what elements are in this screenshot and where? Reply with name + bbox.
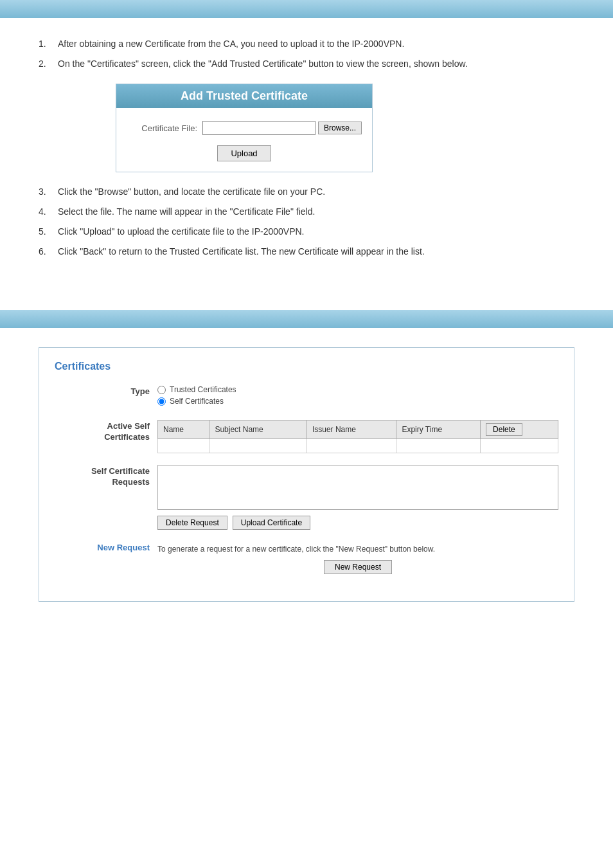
instruction-text-5: Click "Upload" to upload the certificate… — [58, 225, 304, 239]
radio-self[interactable] — [157, 397, 166, 406]
col-name: Name — [158, 420, 209, 439]
certificates-title: Certificates — [55, 361, 558, 372]
radio-trusted[interactable] — [157, 386, 166, 394]
instructions-list: 1. After obtaining a new Certificate fro… — [39, 37, 574, 71]
certificates-section: Certificates Type Trusted Certificates S… — [0, 328, 613, 615]
table-row-empty — [158, 439, 558, 453]
radio-self-label: Self Certificates — [170, 397, 224, 406]
certificates-box: Certificates Type Trusted Certificates S… — [39, 347, 574, 602]
instruction-item-6: 6. Click "Back" to return to the Trusted… — [39, 245, 574, 258]
radio-trusted-label: Trusted Certificates — [170, 385, 236, 394]
type-row: Type Trusted Certificates Self Certifica… — [55, 385, 558, 408]
cert-upload-row: Upload — [127, 145, 362, 161]
instruction-item-5: 5. Click "Upload" to upload the certific… — [39, 225, 574, 239]
instruction-num-4: 4. — [39, 205, 58, 219]
instruction-text-1: After obtaining a new Certificate from t… — [58, 37, 404, 51]
self-cert-requests-label: Self CertificateRequests — [55, 465, 157, 488]
active-self-certs-row: Active SelfCertificates Name Subject Nam… — [55, 420, 558, 453]
cell-subject — [209, 439, 307, 453]
new-request-btn-row: New Request — [157, 560, 558, 574]
browse-button[interactable]: Browse... — [318, 122, 362, 134]
delete-request-button[interactable]: Delete Request — [157, 516, 227, 530]
upload-button[interactable]: Upload — [217, 145, 271, 161]
requests-buttons: Delete Request Upload Certificate — [157, 516, 558, 530]
main-instructions: 1. After obtaining a new Certificate fro… — [0, 18, 613, 284]
col-issuer-name: Issuer Name — [306, 420, 396, 439]
instruction-item-2: 2. On the "Certificates" screen, click t… — [39, 57, 574, 71]
new-request-content: To generate a request for a new certific… — [157, 544, 558, 574]
table-header-row: Name Subject Name Issuer Name Expiry Tim… — [158, 420, 558, 439]
delete-button[interactable]: Delete — [486, 423, 522, 436]
active-self-content: Name Subject Name Issuer Name Expiry Tim… — [157, 420, 558, 453]
cert-file-row: Certificate File: Browse... — [127, 121, 362, 135]
cert-file-label: Certificate File: — [127, 123, 197, 133]
new-request-row: New Request To generate a request for a … — [55, 541, 558, 574]
new-request-desc: To generate a request for a new certific… — [157, 544, 558, 555]
col-subject-name: Subject Name — [209, 420, 307, 439]
cert-file-input[interactable] — [202, 121, 315, 135]
mid-bar — [0, 310, 613, 328]
active-self-table: Name Subject Name Issuer Name Expiry Tim… — [157, 420, 558, 453]
type-label: Type — [55, 385, 157, 396]
instruction-num-3: 3. — [39, 185, 58, 199]
active-self-label: Active SelfCertificates — [55, 420, 157, 443]
instruction-text-4: Select the file. The name will appear in… — [58, 205, 315, 219]
instruction-num-5: 5. — [39, 225, 58, 239]
instruction-text-3: Click the "Browse" button, and locate th… — [58, 185, 325, 199]
add-trusted-cert-body: Certificate File: Browse... Upload — [116, 108, 372, 172]
type-content: Trusted Certificates Self Certificates — [157, 385, 558, 408]
instruction-item-3: 3. Click the "Browse" button, and locate… — [39, 185, 574, 199]
upload-certificate-button[interactable]: Upload Certificate — [233, 516, 310, 530]
new-request-button[interactable]: New Request — [324, 560, 392, 574]
instruction-num-2: 2. — [39, 57, 58, 71]
cell-issuer — [306, 439, 396, 453]
instruction-text-2: On the "Certificates" screen, click the … — [58, 57, 468, 71]
cell-name — [158, 439, 209, 453]
requests-textarea[interactable] — [157, 465, 558, 510]
self-cert-requests-content: Delete Request Upload Certificate — [157, 465, 558, 530]
self-cert-requests-row: Self CertificateRequests Delete Request … — [55, 465, 558, 530]
add-trusted-cert-header: Add Trusted Certificate — [116, 84, 372, 108]
bottom-spacer — [0, 615, 613, 666]
top-bar — [0, 0, 613, 18]
instruction-num-1: 1. — [39, 37, 58, 51]
cell-delete-action — [481, 439, 558, 453]
cell-expiry — [396, 439, 481, 453]
instruction-text-6: Click "Back" to return to the Trusted Ce… — [58, 245, 425, 258]
instruction-item-4: 4. Select the file. The name will appear… — [39, 205, 574, 219]
add-trusted-cert-panel: Add Trusted Certificate Certificate File… — [116, 84, 373, 172]
new-request-label: New Request — [55, 541, 157, 552]
radio-self-option[interactable]: Self Certificates — [157, 397, 558, 406]
instructions-list-2: 3. Click the "Browse" button, and locate… — [39, 185, 574, 258]
instruction-item-1: 1. After obtaining a new Certificate fro… — [39, 37, 574, 51]
col-expiry-time: Expiry Time — [396, 420, 481, 439]
radio-trusted-option[interactable]: Trusted Certificates — [157, 385, 558, 394]
col-delete: Delete — [481, 420, 558, 439]
instruction-num-6: 6. — [39, 245, 58, 258]
